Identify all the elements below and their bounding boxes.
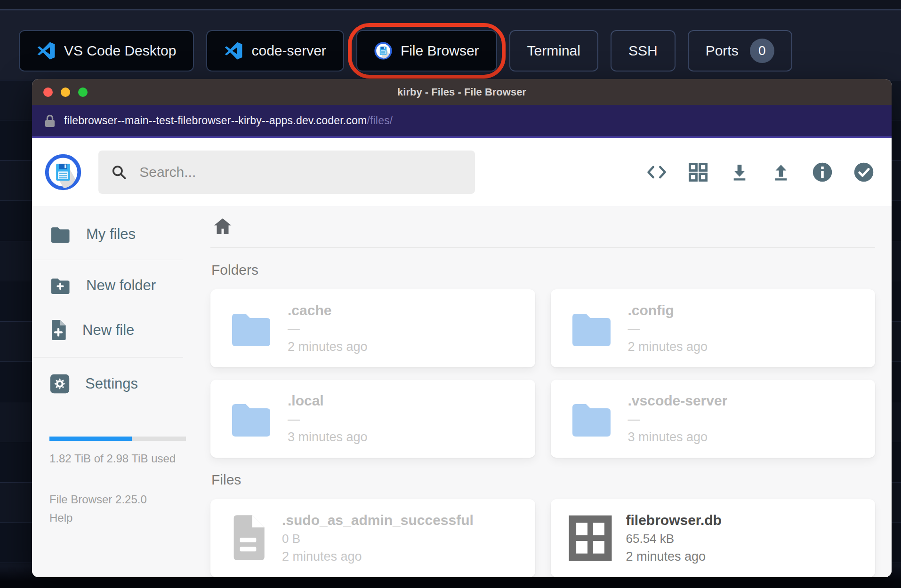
view-mode-button[interactable] [687, 161, 709, 183]
storage-usage: 1.82 TiB of 2.98 TiB used [49, 437, 186, 465]
item-name: .cache [288, 302, 368, 318]
app-body: My files New folder New file [32, 206, 892, 577]
files-grid: .sudo_as_admin_successful 0 B 2 minutes … [210, 499, 875, 577]
sidebar-item-settings[interactable]: Settings [32, 361, 193, 406]
folder-card-cache[interactable]: .cache — 2 minutes ago [210, 289, 535, 367]
tab-ssh[interactable]: SSH [611, 30, 676, 72]
folder-card-local[interactable]: .local — 3 minutes ago [210, 380, 535, 458]
close-window-button[interactable] [43, 87, 53, 97]
folder-icon [228, 399, 274, 438]
item-size: — [288, 322, 368, 336]
usage-progress-fill [49, 437, 132, 441]
folder-card-config[interactable]: .config — 2 minutes ago [551, 289, 876, 367]
folder-card-vscode-server[interactable]: .vscode-server — 3 minutes ago [551, 380, 876, 458]
folder-icon [569, 309, 614, 348]
tab-label: code-server [251, 43, 326, 59]
file-browser-window: kirby - Files - File Browser filebrowser… [32, 79, 892, 577]
gear-icon [49, 373, 70, 394]
download-icon [729, 162, 750, 183]
search-box [98, 151, 475, 194]
item-size: 65.54 kB [626, 532, 722, 546]
code-icon [646, 161, 668, 183]
sidebar-item-new-folder[interactable]: New folder [32, 264, 193, 307]
tab-file-browser[interactable]: File Browser [356, 30, 497, 72]
file-icon [228, 514, 268, 562]
card-text: .config — 2 minutes ago [628, 302, 708, 354]
tab-code-server[interactable]: code-server [206, 30, 344, 72]
info-button[interactable] [812, 161, 833, 183]
item-modified: 3 minutes ago [628, 430, 728, 445]
vscode-icon [224, 41, 243, 60]
sidebar-item-label: Settings [85, 375, 138, 392]
ports-count-badge: 0 [750, 39, 774, 63]
address-bar[interactable]: filebrowser--main--test-filebrowser--kir… [32, 105, 892, 138]
item-modified: 2 minutes ago [282, 549, 474, 564]
divider [33, 260, 183, 260]
url-text: filebrowser--main--test-filebrowser--kir… [64, 114, 393, 127]
tab-terminal[interactable]: Terminal [509, 30, 598, 72]
card-text: .cache — 2 minutes ago [288, 302, 368, 354]
search-input[interactable] [138, 164, 462, 181]
sidebar-item-my-files[interactable]: My files [32, 213, 193, 256]
item-modified: 3 minutes ago [288, 430, 368, 445]
item-name: .vscode-server [628, 393, 728, 409]
help-link[interactable]: Help [49, 510, 72, 526]
file-card-filebrowser-db[interactable]: filebrowser.db 65.54 kB 2 minutes ago [551, 499, 876, 577]
item-modified: 2 minutes ago [288, 340, 368, 354]
sidebar-footer: File Browser 2.25.0 Help [49, 492, 193, 526]
download-button[interactable] [729, 161, 750, 183]
card-text: .sudo_as_admin_successful 0 B 2 minutes … [282, 512, 474, 564]
home-icon [213, 217, 232, 235]
item-modified: 2 minutes ago [626, 549, 722, 564]
lock-icon [44, 114, 56, 128]
window-titlebar: kirby - Files - File Browser [32, 79, 892, 105]
tab-label: VS Code Desktop [64, 43, 176, 59]
item-modified: 2 minutes ago [628, 340, 708, 354]
app-version: File Browser 2.25.0 [49, 492, 193, 508]
usage-progress-track [49, 437, 186, 441]
file-plus-icon [49, 319, 67, 341]
upload-icon [771, 162, 791, 183]
url-path: /files/ [367, 114, 393, 127]
files-header: Files [211, 472, 875, 488]
app-tab-bar: VS Code Desktop code-server File Browser… [19, 30, 792, 72]
sidebar-item-label: New file [82, 322, 134, 339]
traffic-lights [43, 87, 88, 97]
raw-code-toggle-button[interactable] [646, 161, 668, 183]
filebrowser-logo[interactable] [45, 154, 81, 191]
item-name: .local [288, 393, 368, 409]
sidebar-item-new-file[interactable]: New file [32, 307, 193, 353]
database-file-icon [569, 515, 612, 561]
folder-plus-icon [49, 276, 71, 295]
file-card-sudo-as-admin-successful[interactable]: .sudo_as_admin_successful 0 B 2 minutes … [210, 499, 535, 577]
tab-vscode-desktop[interactable]: VS Code Desktop [19, 30, 194, 72]
file-listing: Folders .cache — 2 minutes ago .config — [193, 206, 892, 577]
app-header [32, 138, 892, 206]
tab-label: File Browser [401, 43, 479, 59]
window-title: kirby - Files - File Browser [32, 86, 892, 98]
folders-grid: .cache — 2 minutes ago .config — 2 minut… [210, 289, 875, 458]
breadcrumb [210, 213, 875, 247]
minimize-window-button[interactable] [61, 87, 70, 97]
info-icon [812, 161, 833, 183]
card-text: .local — 3 minutes ago [288, 393, 368, 445]
divider [210, 247, 875, 248]
tab-label: SSH [628, 43, 658, 59]
card-text: .vscode-server — 3 minutes ago [628, 393, 728, 445]
usage-text: 1.82 TiB of 2.98 TiB used [49, 452, 186, 465]
tab-label: Terminal [527, 43, 580, 59]
tab-ports[interactable]: Ports 0 [688, 30, 792, 72]
sidebar-item-label: My files [86, 226, 136, 243]
top-strip [0, 0, 901, 10]
url-host: filebrowser--main--test-filebrowser--kir… [64, 114, 367, 127]
select-multiple-button[interactable] [853, 161, 875, 183]
filebrowser-logo-icon [374, 42, 392, 60]
grid-view-icon [688, 162, 708, 183]
upload-button[interactable] [770, 161, 792, 183]
vscode-icon [37, 41, 56, 60]
home-button[interactable] [213, 217, 232, 237]
search-icon [112, 164, 126, 180]
zoom-window-button[interactable] [78, 87, 88, 97]
folder-icon [569, 399, 614, 438]
header-toolbar [646, 161, 875, 183]
